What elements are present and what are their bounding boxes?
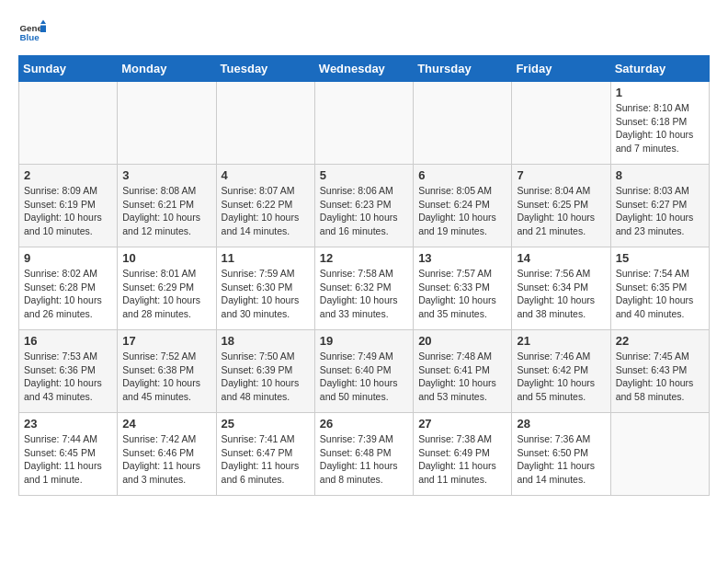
day-number: 10	[122, 251, 210, 265]
calendar-cell: 13Sunrise: 7:57 AM Sunset: 6:33 PM Dayli…	[414, 247, 512, 330]
day-info: Sunrise: 7:39 AM Sunset: 6:48 PM Dayligh…	[320, 432, 408, 487]
day-number: 8	[616, 168, 704, 182]
day-number: 21	[517, 334, 605, 348]
weekday-header-wednesday: Wednesday	[314, 56, 413, 82]
day-number: 28	[517, 417, 605, 431]
page-header: General Blue	[18, 18, 710, 46]
calendar-week-row: 1Sunrise: 8:10 AM Sunset: 6:18 PM Daylig…	[19, 82, 710, 165]
day-number: 20	[418, 334, 506, 348]
weekday-header-thursday: Thursday	[414, 56, 512, 82]
calendar-cell: 11Sunrise: 7:59 AM Sunset: 6:30 PM Dayli…	[216, 247, 314, 330]
calendar-cell: 27Sunrise: 7:38 AM Sunset: 6:49 PM Dayli…	[414, 413, 512, 496]
calendar-cell: 25Sunrise: 7:41 AM Sunset: 6:47 PM Dayli…	[216, 413, 314, 496]
calendar-cell: 10Sunrise: 8:01 AM Sunset: 6:29 PM Dayli…	[118, 247, 216, 330]
day-number: 11	[222, 251, 310, 265]
calendar-week-row: 9Sunrise: 8:02 AM Sunset: 6:28 PM Daylig…	[19, 247, 710, 330]
day-info: Sunrise: 8:01 AM Sunset: 6:29 PM Dayligh…	[122, 267, 210, 321]
day-info: Sunrise: 7:54 AM Sunset: 6:35 PM Dayligh…	[616, 267, 704, 321]
day-info: Sunrise: 7:53 AM Sunset: 6:36 PM Dayligh…	[24, 350, 112, 404]
day-number: 18	[222, 334, 310, 348]
day-info: Sunrise: 7:44 AM Sunset: 6:45 PM Dayligh…	[24, 432, 112, 487]
calendar-cell: 5Sunrise: 8:06 AM Sunset: 6:23 PM Daylig…	[314, 165, 413, 247]
logo-icon: General Blue	[18, 18, 46, 46]
weekday-header-tuesday: Tuesday	[216, 56, 314, 82]
day-info: Sunrise: 7:57 AM Sunset: 6:33 PM Dayligh…	[418, 267, 506, 321]
calendar-cell: 3Sunrise: 8:08 AM Sunset: 6:21 PM Daylig…	[118, 165, 216, 247]
calendar-cell: 22Sunrise: 7:45 AM Sunset: 6:43 PM Dayli…	[610, 330, 709, 413]
svg-marker-3	[40, 26, 46, 33]
day-number: 24	[122, 417, 210, 431]
calendar-cell: 17Sunrise: 7:52 AM Sunset: 6:38 PM Dayli…	[118, 330, 216, 413]
weekday-header-row: SundayMondayTuesdayWednesdayThursdayFrid…	[19, 56, 710, 82]
calendar-cell: 14Sunrise: 7:56 AM Sunset: 6:34 PM Dayli…	[512, 247, 610, 330]
day-info: Sunrise: 8:09 AM Sunset: 6:19 PM Dayligh…	[24, 184, 112, 238]
calendar-cell: 24Sunrise: 7:42 AM Sunset: 6:46 PM Dayli…	[118, 413, 216, 496]
calendar-week-row: 2Sunrise: 8:09 AM Sunset: 6:19 PM Daylig…	[19, 165, 710, 247]
day-info: Sunrise: 8:05 AM Sunset: 6:24 PM Dayligh…	[418, 184, 506, 238]
calendar-cell	[314, 82, 413, 165]
calendar-cell	[19, 82, 118, 165]
day-number: 7	[517, 168, 605, 182]
calendar-cell: 23Sunrise: 7:44 AM Sunset: 6:45 PM Dayli…	[19, 413, 118, 496]
day-info: Sunrise: 7:59 AM Sunset: 6:30 PM Dayligh…	[222, 267, 310, 321]
day-info: Sunrise: 8:10 AM Sunset: 6:18 PM Dayligh…	[616, 101, 704, 155]
day-info: Sunrise: 8:04 AM Sunset: 6:25 PM Dayligh…	[517, 184, 605, 238]
calendar-cell	[610, 413, 709, 496]
day-info: Sunrise: 8:06 AM Sunset: 6:23 PM Dayligh…	[320, 184, 408, 238]
calendar-cell	[414, 82, 512, 165]
calendar-week-row: 16Sunrise: 7:53 AM Sunset: 6:36 PM Dayli…	[19, 330, 710, 413]
calendar-table: SundayMondayTuesdayWednesdayThursdayFrid…	[18, 55, 710, 496]
calendar-cell: 6Sunrise: 8:05 AM Sunset: 6:24 PM Daylig…	[414, 165, 512, 247]
calendar-cell: 26Sunrise: 7:39 AM Sunset: 6:48 PM Dayli…	[314, 413, 413, 496]
calendar-cell: 18Sunrise: 7:50 AM Sunset: 6:39 PM Dayli…	[216, 330, 314, 413]
calendar-cell: 28Sunrise: 7:36 AM Sunset: 6:50 PM Dayli…	[512, 413, 610, 496]
day-info: Sunrise: 7:50 AM Sunset: 6:39 PM Dayligh…	[222, 350, 310, 404]
weekday-header-monday: Monday	[118, 56, 216, 82]
weekday-header-friday: Friday	[512, 56, 610, 82]
day-info: Sunrise: 7:42 AM Sunset: 6:46 PM Dayligh…	[122, 432, 210, 487]
svg-text:Blue: Blue	[20, 32, 40, 42]
calendar-cell: 16Sunrise: 7:53 AM Sunset: 6:36 PM Dayli…	[19, 330, 118, 413]
calendar-cell	[512, 82, 610, 165]
calendar-week-row: 23Sunrise: 7:44 AM Sunset: 6:45 PM Dayli…	[19, 413, 710, 496]
calendar-cell: 7Sunrise: 8:04 AM Sunset: 6:25 PM Daylig…	[512, 165, 610, 247]
day-info: Sunrise: 8:07 AM Sunset: 6:22 PM Dayligh…	[222, 184, 310, 238]
day-number: 22	[616, 334, 704, 348]
day-number: 12	[320, 251, 408, 265]
day-number: 26	[320, 417, 408, 431]
calendar-cell: 1Sunrise: 8:10 AM Sunset: 6:18 PM Daylig…	[610, 82, 709, 165]
calendar-cell: 20Sunrise: 7:48 AM Sunset: 6:41 PM Dayli…	[414, 330, 512, 413]
calendar-cell: 15Sunrise: 7:54 AM Sunset: 6:35 PM Dayli…	[610, 247, 709, 330]
day-info: Sunrise: 7:46 AM Sunset: 6:42 PM Dayligh…	[517, 350, 605, 404]
day-number: 19	[320, 334, 408, 348]
day-info: Sunrise: 7:49 AM Sunset: 6:40 PM Dayligh…	[320, 350, 408, 404]
calendar-cell: 8Sunrise: 8:03 AM Sunset: 6:27 PM Daylig…	[610, 165, 709, 247]
day-info: Sunrise: 7:52 AM Sunset: 6:38 PM Dayligh…	[122, 350, 210, 404]
calendar-cell: 21Sunrise: 7:46 AM Sunset: 6:42 PM Dayli…	[512, 330, 610, 413]
calendar-cell: 9Sunrise: 8:02 AM Sunset: 6:28 PM Daylig…	[19, 247, 118, 330]
weekday-header-saturday: Saturday	[610, 56, 709, 82]
day-number: 16	[24, 334, 112, 348]
day-number: 1	[616, 86, 704, 99]
day-number: 23	[24, 417, 112, 431]
calendar-cell: 4Sunrise: 8:07 AM Sunset: 6:22 PM Daylig…	[216, 165, 314, 247]
day-info: Sunrise: 7:45 AM Sunset: 6:43 PM Dayligh…	[616, 350, 704, 404]
day-number: 14	[517, 251, 605, 265]
calendar-cell: 2Sunrise: 8:09 AM Sunset: 6:19 PM Daylig…	[19, 165, 118, 247]
day-info: Sunrise: 7:38 AM Sunset: 6:49 PM Dayligh…	[418, 432, 506, 487]
calendar-cell: 12Sunrise: 7:58 AM Sunset: 6:32 PM Dayli…	[314, 247, 413, 330]
day-info: Sunrise: 8:08 AM Sunset: 6:21 PM Dayligh…	[122, 184, 210, 238]
svg-marker-2	[40, 20, 46, 25]
weekday-header-sunday: Sunday	[19, 56, 118, 82]
day-number: 6	[418, 168, 506, 182]
day-number: 9	[24, 251, 112, 265]
day-number: 17	[122, 334, 210, 348]
day-number: 25	[222, 417, 310, 431]
day-info: Sunrise: 7:36 AM Sunset: 6:50 PM Dayligh…	[517, 432, 605, 487]
day-number: 4	[222, 168, 310, 182]
day-info: Sunrise: 7:41 AM Sunset: 6:47 PM Dayligh…	[222, 432, 310, 487]
calendar-cell: 19Sunrise: 7:49 AM Sunset: 6:40 PM Dayli…	[314, 330, 413, 413]
day-number: 2	[24, 168, 112, 182]
calendar-cell	[118, 82, 216, 165]
day-info: Sunrise: 7:58 AM Sunset: 6:32 PM Dayligh…	[320, 267, 408, 321]
